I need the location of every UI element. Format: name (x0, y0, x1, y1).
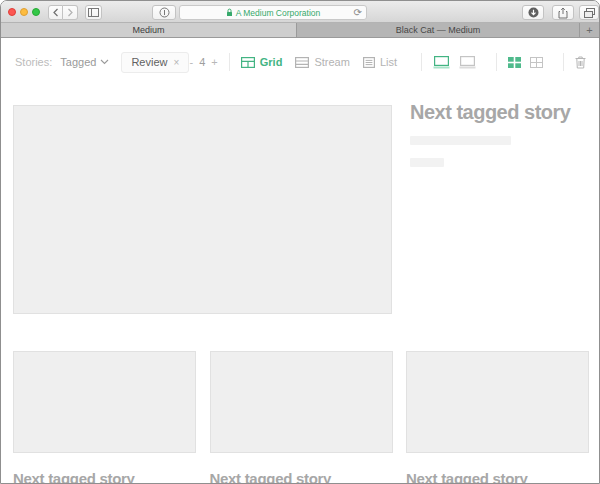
preview-small-icon (459, 56, 476, 69)
close-window-button[interactable] (8, 8, 16, 16)
stories-label: Stories: (15, 56, 52, 68)
thumbnails-off-icon (530, 57, 543, 68)
thumbnails-on-button[interactable] (508, 57, 521, 68)
view-toolbar: - 4 + Grid Stream Li (190, 51, 586, 73)
chevron-down-icon[interactable] (100, 59, 109, 65)
minimize-window-button[interactable] (20, 8, 28, 16)
tag-chip-label: Review (131, 56, 167, 68)
forward-button[interactable] (63, 5, 78, 20)
back-button[interactable] (48, 5, 63, 20)
filter-dropdown[interactable]: Tagged (60, 56, 96, 68)
list-view-icon (363, 57, 375, 68)
count-value: 4 (199, 56, 205, 68)
divider (496, 53, 497, 71)
story-card-title: Next tagged story (406, 470, 589, 484)
view-stream-label: Stream (314, 56, 349, 68)
new-tab-button[interactable]: + (579, 23, 599, 37)
stories-filter-bar: Stories: Tagged Review × (15, 51, 189, 73)
divider (563, 53, 564, 71)
safari-window: A Medium Corporation ⟳ Medium Black Cat … (0, 0, 600, 484)
share-button[interactable] (552, 5, 574, 20)
story-card-title: Next tagged story (13, 470, 196, 484)
preview-large-icon (433, 56, 450, 69)
window-controls (8, 8, 40, 16)
trash-icon (575, 56, 586, 69)
trash-button[interactable] (575, 56, 586, 69)
increase-count-button[interactable]: + (211, 56, 217, 68)
featured-story-details: Next tagged story (410, 101, 590, 167)
story-card-row: Next tagged story Next tagged story Next… (13, 351, 589, 484)
remove-tag-icon[interactable]: × (173, 57, 179, 68)
placeholder-line (410, 158, 444, 167)
downloads-button[interactable] (522, 5, 544, 20)
grid-view-icon (241, 57, 255, 68)
tab-overview-button[interactable] (579, 5, 599, 20)
refresh-icon[interactable]: ⟳ (354, 6, 362, 20)
lock-icon (226, 8, 233, 17)
view-grid-label: Grid (260, 56, 283, 68)
forward-icon (66, 8, 74, 17)
preview-large-button[interactable] (433, 56, 450, 69)
view-list-button[interactable]: List (363, 56, 397, 68)
info-icon (159, 7, 170, 18)
view-grid-button[interactable]: Grid (241, 56, 283, 68)
divider (229, 53, 230, 71)
featured-story-title[interactable]: Next tagged story (410, 101, 590, 124)
sidebar-icon (88, 8, 99, 17)
address-bar[interactable]: A Medium Corporation ⟳ (179, 5, 367, 20)
browser-toolbar: A Medium Corporation ⟳ (1, 1, 599, 23)
tab-label: Black Cat — Medium (396, 25, 481, 35)
thumbnails-off-button[interactable] (530, 57, 543, 68)
story-card[interactable]: Next tagged story (13, 351, 196, 484)
preview-small-button[interactable] (459, 56, 476, 69)
tab-black-cat[interactable]: Black Cat — Medium (297, 23, 579, 37)
sidebar-button[interactable] (85, 5, 102, 20)
featured-story-image-placeholder[interactable] (13, 105, 392, 314)
story-image-placeholder (13, 351, 196, 453)
zoom-window-button[interactable] (32, 8, 40, 16)
address-text: A Medium Corporation (236, 8, 321, 18)
decrease-count-button[interactable]: - (190, 56, 194, 68)
thumbnails-on-icon (508, 57, 521, 68)
tab-medium[interactable]: Medium (1, 23, 297, 37)
column-count-stepper: - 4 + (190, 56, 218, 68)
view-stream-button[interactable]: Stream (295, 56, 349, 68)
story-card-title: Next tagged story (210, 470, 393, 484)
back-icon (52, 8, 60, 17)
story-image-placeholder (210, 351, 393, 453)
share-icon (558, 7, 568, 19)
history-nav (48, 5, 78, 20)
story-card[interactable]: Next tagged story (406, 351, 589, 484)
stream-view-icon (295, 57, 309, 68)
view-list-label: List (380, 56, 397, 68)
story-card[interactable]: Next tagged story (210, 351, 393, 484)
tag-chip-review[interactable]: Review × (121, 52, 189, 73)
tab-overview-icon (584, 8, 595, 18)
site-info-button[interactable] (152, 5, 176, 20)
downloads-icon (528, 7, 539, 18)
story-image-placeholder (406, 351, 589, 453)
tab-label: Medium (132, 25, 164, 35)
placeholder-line (410, 136, 511, 145)
divider (421, 53, 422, 71)
page-content: Stories: Tagged Review × - 4 + Gri (1, 38, 599, 484)
tab-bar: Medium Black Cat — Medium + (1, 23, 599, 38)
